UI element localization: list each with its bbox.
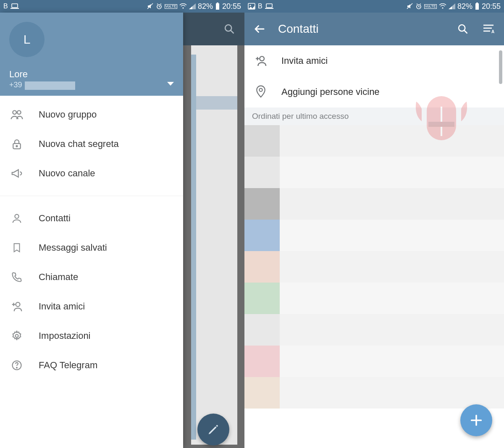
- phone-redacted: [25, 81, 75, 90]
- battery-text: 82%: [457, 2, 472, 11]
- wifi-icon: [179, 3, 187, 9]
- menu-settings[interactable]: Impostazioni: [0, 321, 183, 351]
- background-appbar: [183, 13, 244, 45]
- section-header: Ordinati per ultimo accesso: [244, 107, 504, 125]
- menu-contacts[interactable]: Contatti: [0, 204, 183, 233]
- contact-row-blurred[interactable]: [244, 283, 504, 314]
- svg-rect-20: [266, 4, 272, 8]
- page-title: Contatti: [278, 22, 444, 36]
- battery-text: 82%: [198, 2, 213, 11]
- svg-point-4: [182, 7, 184, 8]
- contact-row-blurred[interactable]: [244, 125, 504, 157]
- option-label: Invita amici: [281, 55, 328, 66]
- pencil-icon: [207, 423, 220, 436]
- drawer-menu-group-1: Nuovo gruppo Nuova chat segreta Nuovo ca…: [0, 96, 183, 192]
- battery-icon: [215, 3, 220, 10]
- contact-text-blurred: [280, 157, 504, 188]
- menu-faq[interactable]: FAQ Telegram: [0, 351, 183, 380]
- contact-avatar-blurred: [244, 377, 280, 409]
- contact-text-blurred: [280, 314, 504, 346]
- contacts-list-blurred: [244, 125, 504, 409]
- option-people-nearby[interactable]: Aggiungi persone vicine: [244, 76, 504, 107]
- add-person-icon: [10, 300, 24, 313]
- wifi-icon: [439, 3, 446, 9]
- bookmark-icon: [10, 241, 24, 254]
- menu-secret-chat[interactable]: Nuova chat segreta: [0, 129, 183, 159]
- username-label: Lore: [9, 69, 174, 80]
- appbar: Contatti A: [244, 13, 504, 45]
- lock-icon: [10, 137, 24, 151]
- contact-text-blurred: [280, 346, 504, 377]
- svg-point-13: [15, 214, 18, 218]
- search-button[interactable]: [455, 21, 470, 37]
- status-picture-icon: [248, 3, 255, 10]
- menu-calls[interactable]: Chiamate: [0, 262, 183, 292]
- contact-row-blurred[interactable]: [244, 188, 504, 220]
- scrollbar-thumb[interactable]: [499, 50, 502, 84]
- contact-row-blurred[interactable]: [244, 346, 504, 377]
- contact-row-blurred[interactable]: [244, 314, 504, 346]
- svg-point-33: [260, 56, 264, 61]
- mute-icon: [407, 3, 413, 10]
- contact-avatar-blurred: [244, 125, 280, 157]
- add-contact-fab[interactable]: [460, 404, 492, 436]
- option-label: Aggiungi persone vicine: [281, 86, 380, 97]
- status-bar-right: B VoLTE 82% 20:55: [244, 0, 504, 13]
- sort-button[interactable]: A: [481, 21, 496, 37]
- status-laptop-icon: [10, 3, 19, 9]
- contact-avatar-blurred: [244, 346, 280, 377]
- avatar[interactable]: L: [9, 22, 45, 57]
- svg-rect-26: [476, 3, 478, 3]
- contact-text-blurred: [280, 377, 504, 409]
- menu-label: Nuovo canale: [39, 168, 95, 179]
- option-invite-friends[interactable]: Invita amici: [244, 45, 504, 76]
- svg-text:A: A: [491, 29, 494, 34]
- svg-point-14: [16, 302, 20, 307]
- contact-text-blurred: [280, 251, 504, 283]
- svg-point-15: [16, 334, 18, 337]
- menu-label: Impostazioni: [39, 330, 91, 341]
- menu-new-channel[interactable]: Nuovo canale: [0, 159, 183, 188]
- menu-new-group[interactable]: Nuovo gruppo: [0, 100, 183, 129]
- contact-row-blurred[interactable]: [244, 220, 504, 251]
- right-screen: B VoLTE 82% 20:55 Contatti A Invita: [244, 0, 504, 448]
- plus-icon: [469, 413, 483, 427]
- contact-avatar-blurred: [244, 188, 280, 220]
- svg-rect-1: [10, 8, 19, 9]
- back-button[interactable]: [252, 21, 267, 37]
- menu-saved-messages[interactable]: Messaggi salvati: [0, 233, 183, 262]
- contact-avatar-blurred: [244, 157, 280, 188]
- contact-text-blurred: [280, 188, 504, 220]
- search-icon[interactable]: [223, 23, 235, 35]
- status-laptop-icon: [265, 3, 273, 9]
- contact-row-blurred[interactable]: [244, 157, 504, 188]
- contact-row-blurred[interactable]: [244, 251, 504, 283]
- contact-text-blurred: [280, 125, 504, 157]
- drawer-menu-group-2: Contatti Messaggi salvati Chiamate Invit…: [0, 199, 183, 384]
- drawer-header[interactable]: L Lore +39: [0, 13, 183, 96]
- svg-point-9: [13, 110, 16, 114]
- compose-fab[interactable]: [197, 414, 229, 445]
- contact-avatar-blurred: [244, 251, 280, 283]
- menu-label: FAQ Telegram: [39, 360, 97, 371]
- alarm-icon: [415, 3, 422, 10]
- status-time: 20:55: [222, 2, 241, 11]
- svg-line-28: [465, 31, 467, 34]
- megaphone-icon: [10, 167, 24, 180]
- avatar-initial: L: [24, 32, 31, 47]
- battery-icon: [475, 3, 480, 10]
- contact-text-blurred: [280, 283, 504, 314]
- menu-label: Messaggi salvati: [39, 242, 107, 253]
- contact-row-blurred[interactable]: [244, 377, 504, 409]
- svg-rect-5: [216, 3, 219, 10]
- menu-invite-friends[interactable]: Invita amici: [0, 292, 183, 321]
- location-icon: [254, 85, 268, 99]
- menu-label: Nuovo gruppo: [39, 109, 97, 120]
- svg-point-17: [16, 367, 17, 368]
- menu-divider: [0, 196, 183, 196]
- chevron-down-icon[interactable]: [167, 82, 174, 86]
- svg-rect-25: [475, 3, 479, 10]
- add-person-icon: [254, 54, 268, 68]
- svg-point-27: [459, 25, 465, 31]
- svg-point-34: [259, 89, 262, 92]
